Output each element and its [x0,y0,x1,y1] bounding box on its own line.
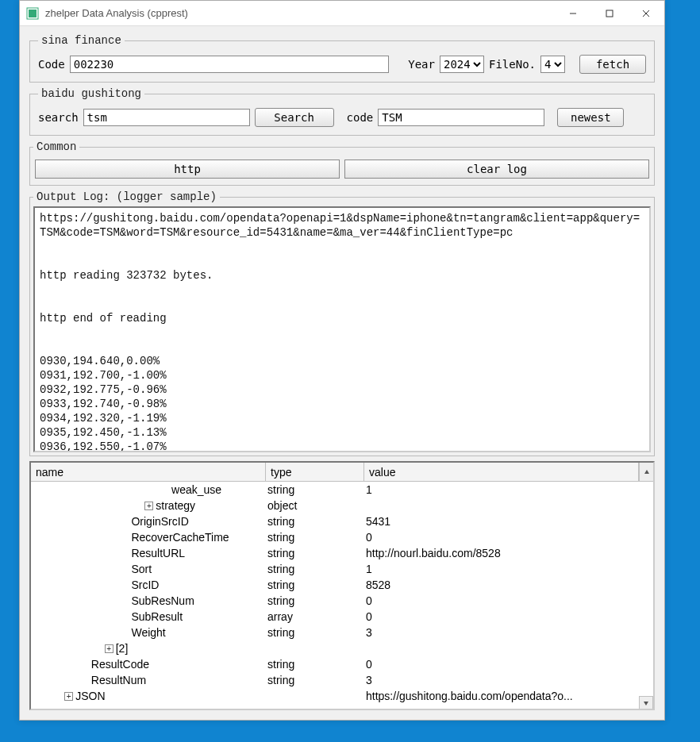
svg-marker-7 [644,702,648,705]
year-select[interactable]: 2024 [440,56,484,73]
row-type: string [266,593,364,609]
tree-row[interactable]: + JSONhttps://gushitong.baidu.com/openda… [31,688,653,704]
row-name: weak_use [171,482,221,498]
search-label: search [38,111,79,124]
row-type: string [266,577,364,593]
http-button[interactable]: http [35,160,340,179]
close-button[interactable] [628,1,664,26]
newest-button[interactable]: newest [557,108,624,127]
scroll-up-icon[interactable] [639,463,653,481]
tree-row[interactable]: SubResNumstring0 [31,593,653,609]
app-icon [26,7,39,20]
row-type: string [266,545,364,561]
outputlog-legend: Output Log: (logger sample) [33,190,220,203]
row-name: Sort [131,561,152,577]
row-name: JSON [75,688,105,704]
svg-rect-1 [29,10,37,17]
row-name: SrcID [131,577,159,593]
row-value: 5431 [364,513,653,529]
row-name: SubResNum [131,593,194,609]
row-name: ResultCode [91,656,149,672]
row-type: string [266,625,364,640]
common-legend: Common [33,140,79,153]
row-type: string [266,561,364,577]
expand-icon[interactable]: + [144,502,153,510]
row-name: strategy [156,498,195,513]
grid-header: name type value [31,463,653,482]
fileno-label: FileNo. [489,58,536,71]
row-name: RecoverCacheTime [131,529,229,545]
baidu-legend: baidu gushitong [38,87,144,100]
tree-row[interactable]: Weightstring3 [31,625,653,640]
row-value [364,498,653,513]
tree-row[interactable]: + [2] [31,640,653,656]
code-input[interactable] [70,56,390,73]
row-name: ResultNum [91,672,146,688]
fetch-button[interactable]: fetch [579,55,646,74]
row-type: string [266,482,364,498]
row-value: 3 [364,625,653,640]
row-value: 0 [364,529,653,545]
tree-row[interactable]: Sortstring1 [31,561,653,577]
window-title: zhelper Data Analysis (cpprest) [45,7,555,19]
expand-icon[interactable]: + [64,692,73,701]
row-type: object [266,498,364,513]
scroll-down-icon[interactable] [639,696,653,710]
code-label: Code [38,58,65,71]
minimize-button[interactable] [555,1,591,26]
titlebar[interactable]: zhelper Data Analysis (cpprest) [20,1,664,26]
bcode-input[interactable] [378,109,544,126]
row-name: Weight [131,625,165,640]
row-value: https://gushitong.baidu.com/opendata?o..… [364,688,653,704]
maximize-button[interactable] [591,1,628,26]
outputlog-group: Output Log: (logger sample) https://gush… [29,190,655,456]
row-value: http://nourl.baidu.com/8528 [364,545,653,561]
row-value [364,640,653,656]
common-group: Common http clear log [29,140,655,186]
tree-row[interactable]: RecoverCacheTimestring0 [31,529,653,545]
result-tree[interactable]: name type value weak_usestring1 + strate… [29,461,655,710]
row-type: string [266,672,364,688]
expand-icon[interactable]: + [105,644,113,653]
tree-row[interactable]: weak_usestring1 [31,482,653,498]
baidu-group: baidu gushitong search Search code newes… [29,87,655,136]
col-type[interactable]: type [266,463,364,481]
row-value: 0 [364,609,653,625]
tree-row[interactable]: ResultCodestring0 [31,656,653,672]
row-value: 3 [364,672,653,688]
app-window: zhelper Data Analysis (cpprest) sina fin… [19,0,665,721]
bcode-label: code [347,111,374,124]
year-label: Year [408,58,435,71]
row-name: [2] [116,640,129,656]
row-name: OriginSrcID [131,513,188,529]
row-type: string [266,513,364,529]
tree-row[interactable]: ResultNumstring3 [31,672,653,688]
col-value[interactable]: value [364,463,639,481]
row-type: string [266,656,364,672]
tree-row[interactable]: SubResultarray0 [31,609,653,625]
row-type: array [266,609,364,625]
svg-rect-3 [606,10,613,17]
row-type: string [266,529,364,545]
row-name: SubResult [131,609,183,625]
col-name[interactable]: name [31,463,266,481]
tree-row[interactable]: + strategyobject [31,498,653,513]
search-button[interactable]: Search [255,108,334,127]
output-log[interactable]: https://gushitong.baidu.com/opendata?ope… [33,206,651,452]
sina-finance-group: sina finance Code Year 2024 FileNo. 4 fe… [29,34,655,83]
row-value: 0 [364,593,653,609]
fileno-select[interactable]: 4 [540,56,565,73]
row-value: 8528 [364,577,653,593]
svg-marker-6 [644,470,649,474]
grid-body[interactable]: weak_usestring1 + strategyobject OriginS… [31,482,653,710]
sina-legend: sina finance [38,34,125,47]
client-area: sina finance Code Year 2024 FileNo. 4 fe… [20,26,664,720]
tree-row[interactable]: ResultURLstringhttp://nourl.baidu.com/85… [31,545,653,561]
tree-row[interactable]: OriginSrcIDstring5431 [31,513,653,529]
row-value: 0 [364,656,653,672]
clearlog-button[interactable]: clear log [344,160,649,179]
row-type [266,688,364,704]
row-value: 1 [364,482,653,498]
tree-row[interactable]: SrcIDstring8528 [31,577,653,593]
search-input[interactable] [83,109,250,126]
